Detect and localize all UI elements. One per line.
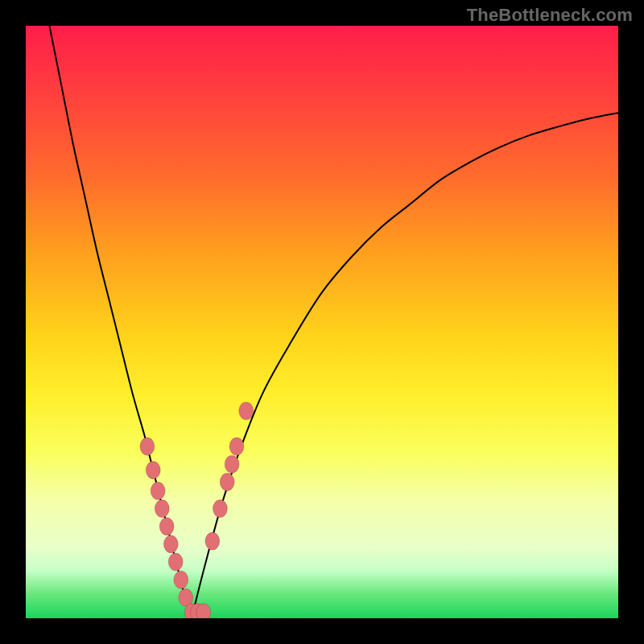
marker-point xyxy=(140,438,155,456)
marker-point xyxy=(163,535,178,553)
marker-point xyxy=(239,402,254,419)
marker-point xyxy=(168,553,183,571)
marker-point xyxy=(205,532,220,550)
chart-overlay xyxy=(26,26,618,618)
curve-right xyxy=(192,113,618,618)
chart-frame: TheBottleneck.com xyxy=(0,0,644,644)
marker-point xyxy=(146,461,160,479)
marker-point xyxy=(151,482,165,500)
watermark-label: TheBottleneck.com xyxy=(467,5,633,26)
marker-point xyxy=(155,500,169,518)
marker-group xyxy=(140,402,254,618)
marker-point xyxy=(220,473,234,491)
marker-point xyxy=(190,604,204,618)
marker-point xyxy=(196,604,211,618)
marker-point xyxy=(213,500,227,518)
marker-point xyxy=(174,571,188,588)
marker-point xyxy=(225,456,239,473)
marker-point xyxy=(179,588,193,606)
curve-left xyxy=(49,26,192,618)
marker-point xyxy=(159,518,174,535)
marker-point xyxy=(229,438,244,456)
marker-point xyxy=(184,604,199,618)
chart-plot-area xyxy=(26,26,618,618)
